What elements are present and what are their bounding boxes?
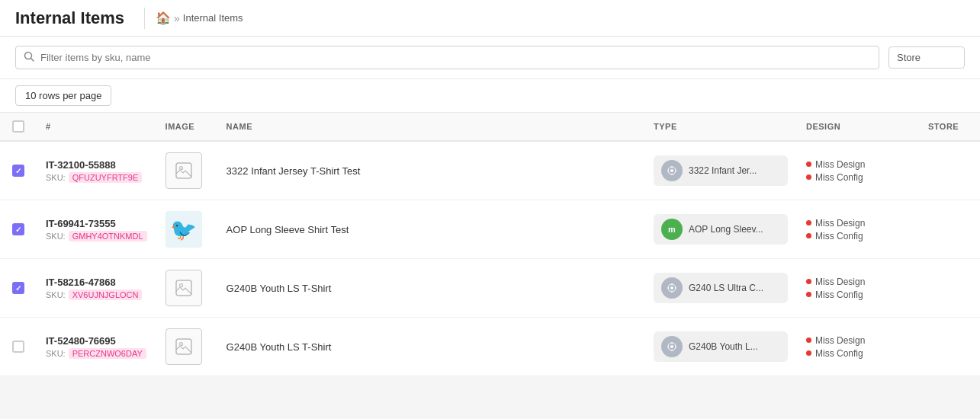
row-image-cell: 🐦 [156, 200, 217, 259]
page-header: Internal Items 🏠 » Internal Items [0, 0, 980, 37]
breadcrumb-home-icon[interactable]: 🏠 [156, 11, 171, 25]
row-type-cell: 3322 Infant Jer... [644, 141, 797, 200]
sku-label: SKU: [46, 290, 66, 299]
item-id: IT-69941-73555 [46, 218, 147, 229]
row-name-cell: AOP Long Sleeve Shirt Test [217, 200, 644, 259]
row-id-cell: IT-52480-76695 SKU: PERCZNWO6DAY [37, 318, 156, 376]
sku-value: XV6UJNJGLOCN [69, 289, 143, 300]
sku-label: SKU: [46, 232, 66, 241]
svg-rect-18 [176, 339, 191, 354]
table-header-row: # IMAGE NAME TYPE DESIGN STORE [0, 113, 980, 141]
sku-value: GMHY4OTNKMDL [69, 231, 147, 241]
type-label: AOP Long Sleev... [689, 224, 763, 235]
sku-label: SKU: [46, 349, 66, 358]
store-filter[interactable]: Store [888, 46, 965, 69]
svg-rect-10 [176, 280, 191, 296]
items-table: # IMAGE NAME TYPE DESIGN STORE IT-32100-… [0, 113, 980, 376]
item-name: AOP Long Sleeve Shirt Test [227, 224, 349, 235]
row-store-cell [919, 259, 980, 318]
svg-point-5 [670, 169, 673, 172]
row-store-cell [919, 200, 980, 259]
header-checkbox[interactable] [12, 120, 24, 133]
status-dot-red [806, 162, 811, 167]
design-status: Miss DesignMiss Config [806, 218, 910, 241]
design-label: Miss Config [815, 348, 863, 359]
sku-label: SKU: [46, 173, 66, 182]
row-store-cell [919, 141, 980, 200]
col-type: TYPE [644, 113, 797, 141]
row-checkbox[interactable] [12, 165, 24, 177]
row-checkbox-cell [0, 141, 37, 200]
design-item: Miss Design [806, 277, 910, 287]
item-image-placeholder [165, 328, 202, 365]
design-status: Miss DesignMiss Config [806, 159, 910, 183]
table-row: IT-32100-55888 SKU: QFUZUYFRTF9E 3322 In… [0, 141, 980, 200]
sku-value: QFUZUYFRTF9E [69, 172, 143, 183]
table-row: IT-69941-73555 SKU: GMHY4OTNKMDL 🐦AOP Lo… [0, 200, 980, 259]
design-label: Miss Config [815, 231, 863, 241]
item-id: IT-58216-47868 [46, 277, 147, 288]
design-label: Miss Config [815, 172, 863, 183]
type-badge: 3322 Infant Jer... [654, 155, 788, 186]
row-image-cell [156, 259, 217, 318]
item-sku: SKU: XV6UJNJGLOCN [46, 289, 147, 300]
status-dot-red [806, 220, 811, 225]
breadcrumb-current: Internal Items [183, 12, 243, 24]
row-type-cell: G240 LS Ultra C... [644, 259, 797, 318]
header-divider [144, 8, 145, 29]
row-design-cell: Miss DesignMiss Config [797, 200, 919, 259]
status-dot-red [806, 337, 811, 343]
search-icon [24, 51, 34, 64]
design-status: Miss DesignMiss Config [806, 335, 910, 359]
design-status: Miss DesignMiss Config [806, 277, 910, 300]
item-name: 3322 Infant Jersey T-Shirt Test [227, 165, 361, 177]
row-name-cell: G240B Youth LS T-Shirt [217, 318, 644, 376]
row-checkbox[interactable] [12, 341, 24, 353]
design-item: Miss Config [806, 289, 910, 300]
items-table-container: # IMAGE NAME TYPE DESIGN STORE IT-32100-… [0, 113, 980, 376]
col-image: IMAGE [156, 113, 217, 141]
status-dot-red [806, 292, 811, 297]
rows-per-page-button[interactable]: 10 rows per page [15, 85, 111, 106]
col-name: NAME [217, 113, 644, 141]
row-checkbox-cell [0, 318, 37, 376]
svg-point-21 [670, 345, 673, 348]
row-design-cell: Miss DesignMiss Config [797, 259, 919, 318]
type-icon [661, 336, 683, 357]
type-icon: m [661, 219, 683, 240]
type-label: 3322 Infant Jer... [689, 165, 757, 176]
table-row: IT-58216-47868 SKU: XV6UJNJGLOCN G240B Y… [0, 259, 980, 318]
svg-point-19 [179, 343, 182, 346]
row-design-cell: Miss DesignMiss Config [797, 318, 919, 376]
design-item: Miss Config [806, 231, 910, 241]
search-input[interactable] [40, 52, 871, 63]
row-design-cell: Miss DesignMiss Config [797, 141, 919, 200]
design-item: Miss Design [806, 335, 910, 346]
row-image-cell [156, 318, 217, 376]
type-badge: G240B Youth L... [654, 331, 788, 362]
item-id: IT-52480-76695 [46, 335, 147, 347]
item-image-placeholder [165, 270, 202, 306]
col-checkbox [0, 113, 37, 141]
item-sku: SKU: GMHY4OTNKMDL [46, 231, 147, 241]
col-store: STORE [919, 113, 980, 141]
item-image-bird: 🐦 [165, 211, 202, 248]
search-box [15, 46, 879, 69]
design-label: Miss Design [815, 218, 865, 229]
status-dot-red [806, 350, 811, 356]
row-checkbox[interactable] [12, 223, 24, 235]
design-item: Miss Config [806, 172, 910, 183]
rows-toolbar: 10 rows per page [0, 79, 980, 113]
toolbar: Store [0, 37, 980, 79]
svg-point-3 [179, 167, 182, 170]
design-label: Miss Design [815, 159, 865, 170]
design-label: Miss Config [815, 289, 863, 300]
design-label: Miss Design [815, 335, 865, 346]
design-item: Miss Design [806, 159, 910, 170]
row-type-cell: m AOP Long Sleev... [644, 200, 797, 259]
type-icon [661, 277, 683, 299]
row-checkbox[interactable] [12, 282, 24, 294]
page-title: Internal Items [15, 8, 124, 28]
design-label: Miss Design [815, 277, 865, 287]
row-store-cell [919, 318, 980, 376]
